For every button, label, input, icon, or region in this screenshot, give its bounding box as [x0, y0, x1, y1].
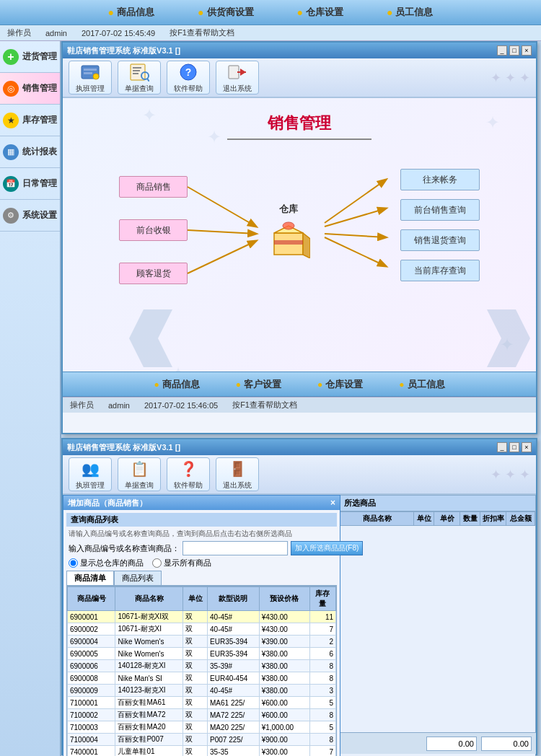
- win1-content: ✦ ✦ ✦ ✦ ✦ 销售管理 商品销售 前台收银 顾客退货 仓库: [63, 98, 536, 413]
- right-box-accounts[interactable]: 往来帐务: [400, 169, 480, 190]
- sidebar-item-sales[interactable]: ◎ 销售管理: [0, 73, 60, 105]
- table-row[interactable]: 690000210671-耐克XI双40-45#¥430.007: [68, 623, 336, 636]
- nav-label-goods: 商品信息: [117, 6, 154, 19]
- table-cell: 双: [183, 636, 208, 648]
- nav-item-goods[interactable]: ● 商品信息: [108, 6, 154, 19]
- tool-btn-shift[interactable]: 执班管理: [69, 61, 112, 94]
- goods-search-input[interactable]: [182, 541, 288, 555]
- table-row[interactable]: 6900009140123-耐克XΙ双40-45#¥380.003: [68, 685, 336, 697]
- tool-btn-exit[interactable]: 退出系统: [216, 61, 259, 94]
- table-row[interactable]: 7100004百丽女鞋P007双P007 225/¥900.008: [68, 734, 336, 746]
- minimize-button[interactable]: _: [497, 45, 507, 56]
- win2-close-btn[interactable]: ×: [522, 442, 532, 452]
- radio-all-input[interactable]: [152, 558, 162, 568]
- add-selected-btn[interactable]: 加入所选商品品(F8): [291, 541, 363, 555]
- table-cell: 5: [309, 697, 335, 709]
- table-cell: ¥380.00: [259, 648, 309, 660]
- table-cell: 2: [309, 636, 335, 648]
- tab-goods-catalog[interactable]: 商品列表: [114, 571, 162, 585]
- table-row[interactable]: 690000110671-耐克XΙ双双40-45#¥430.0011: [68, 611, 336, 623]
- radio-main-input[interactable]: [69, 558, 78, 568]
- maximize-button[interactable]: □: [509, 45, 519, 56]
- dialog-title: 增加商品（商品销售）: [68, 498, 147, 509]
- dialog-titlebar: 增加商品（商品销售） ×: [63, 496, 340, 510]
- table-cell: ¥380.00: [259, 660, 309, 672]
- sidebar-item-reports[interactable]: ▦ 统计报表: [0, 136, 60, 168]
- table-cell: 百丽女鞋P007: [115, 734, 183, 746]
- tool-btn-help[interactable]: ? 软件帮助: [167, 61, 210, 94]
- nav-label-staff: 员工信息: [395, 6, 433, 19]
- svg-marker-30: [129, 309, 172, 367]
- section-header: 查询商品列表: [66, 513, 337, 527]
- svg-line-6: [147, 79, 149, 82]
- nav-item-supplier[interactable]: ● 供货商设置: [198, 6, 253, 19]
- win2-titlebar: 鞋店销售管理系统 标准版V3.1 [] _ □ ×: [63, 439, 536, 455]
- sidebar-item-incoming[interactable]: + 进货管理: [0, 41, 60, 73]
- right-box-front-query[interactable]: 前台销售查询: [400, 199, 480, 221]
- win2-tool-shift[interactable]: 👥 执班管理: [69, 457, 112, 491]
- table-row[interactable]: 6900006140128-耐克XΙ双35-39#¥380.008: [68, 660, 336, 672]
- table-row[interactable]: 7100002百丽女鞋MA72双MA72 225/¥600.008: [68, 709, 336, 721]
- left-box-return[interactable]: 顾客退货: [119, 263, 188, 284]
- goods-table-container[interactable]: 商品编号 商品名称 单位 款型说明 预设价格 库存量 690000110671-…: [66, 586, 337, 756]
- svg-rect-9: [133, 73, 138, 74]
- right-box-return-query[interactable]: 销售退货查询: [400, 229, 480, 251]
- nav-item-staff[interactable]: ● 员工信息: [387, 6, 433, 19]
- table-cell: ¥300.00: [259, 746, 309, 757]
- sidebar-item-label-daily: 日常管理: [22, 177, 57, 190]
- win1-toolbar: 执班管理 单据查询 ? 软件帮助 退出系统 ✦ ✦ ✦: [63, 58, 536, 98]
- bnav-goods[interactable]: ● 商品信息: [154, 378, 200, 391]
- left-box-product-sales[interactable]: 商品销售: [119, 176, 188, 198]
- win2-tool-exit[interactable]: 🚪 退出系统: [216, 457, 259, 491]
- win2-tool-help[interactable]: ❓ 软件帮助: [167, 457, 210, 491]
- gear-icon: ⚙: [3, 208, 19, 224]
- bnav-customer[interactable]: ● 客户设置: [236, 378, 281, 391]
- win2-tool-query[interactable]: 📋 单据查询: [118, 457, 161, 491]
- table-row[interactable]: 7100003百丽女鞋MA20双MA20 225/¥1,000.005: [68, 721, 336, 734]
- nav-item-warehouse[interactable]: ● 仓库设置: [297, 6, 343, 19]
- bnav-warehouse[interactable]: ● 仓库设置: [317, 378, 363, 391]
- bnav-dot-goods: ●: [154, 379, 159, 390]
- sidebar-item-settings[interactable]: ⚙ 系统设置: [0, 200, 60, 232]
- tab-goods-list[interactable]: 商品清单: [66, 571, 114, 585]
- win2-exit-icon: 🚪: [226, 459, 248, 479]
- table-cell: MA20 225/: [208, 721, 260, 734]
- win2-maximize-btn[interactable]: □: [509, 442, 519, 452]
- table-cell: 8: [309, 734, 335, 746]
- title-underline: [227, 139, 371, 140]
- left-box-cashier[interactable]: 前台收银: [119, 219, 188, 241]
- svg-line-24: [188, 241, 256, 273]
- win2-minimize-btn[interactable]: _: [497, 442, 507, 452]
- bnav-staff[interactable]: ● 员工信息: [399, 378, 444, 391]
- sidebar-item-daily[interactable]: 📅 日常管理: [0, 168, 60, 200]
- table-row[interactable]: 7100001百丽女鞋MA61双MA61 225/¥600.005: [68, 697, 336, 709]
- table-cell: ¥430.00: [259, 623, 309, 636]
- table-row[interactable]: 6900005Nike Women's双EUR35-394¥380.006: [68, 648, 336, 660]
- tool-btn-query[interactable]: 单据查询: [118, 61, 161, 94]
- window-2: 鞋店销售管理系统 标准版V3.1 [] _ □ × 👥 执班管理 📋 单据查询 …: [61, 438, 537, 755]
- stars-decoration: ✦ ✦ ✦: [265, 70, 530, 86]
- dialog-close-btn[interactable]: ×: [330, 498, 335, 508]
- table-cell: 35-39#: [208, 660, 260, 672]
- total-box-2: 0.00: [481, 737, 532, 751]
- svg-point-3: [93, 74, 99, 79]
- table-cell: 7: [309, 746, 335, 757]
- radio-all-goods[interactable]: 显示所有商品: [152, 558, 211, 568]
- radio-main-warehouse[interactable]: 显示总仓库的商品: [69, 558, 144, 568]
- win2-query-icon: 📋: [128, 459, 150, 479]
- table-cell: 7100001: [68, 697, 115, 709]
- table-row[interactable]: 6900008Nike Man's SI双EUR40-454¥380.008: [68, 672, 336, 685]
- bnav-label-warehouse: 仓库设置: [325, 378, 363, 391]
- table-cell: 双: [183, 721, 208, 734]
- close-button[interactable]: ×: [522, 45, 532, 56]
- selected-table: 商品名称 单位 单价 数量 折扣率 总金额: [340, 511, 535, 526]
- win1-title: 鞋店销售管理系统 标准版V3.1 []: [67, 45, 180, 56]
- sidebar-item-inventory[interactable]: ★ 库存管理: [0, 105, 60, 136]
- operator-label-1: 操作员: [7, 27, 31, 38]
- table-row[interactable]: 7400001儿童单鞋01双35-35¥300.007: [68, 746, 336, 757]
- table-cell: ¥380.00: [259, 685, 309, 697]
- table-row[interactable]: 6900004Nike Women's双EUR35-394¥390.002: [68, 636, 336, 648]
- dot-icon-supplier: ●: [198, 6, 203, 18]
- table-cell: 双: [183, 709, 208, 721]
- right-box-stock-query[interactable]: 当前库存查询: [400, 260, 480, 281]
